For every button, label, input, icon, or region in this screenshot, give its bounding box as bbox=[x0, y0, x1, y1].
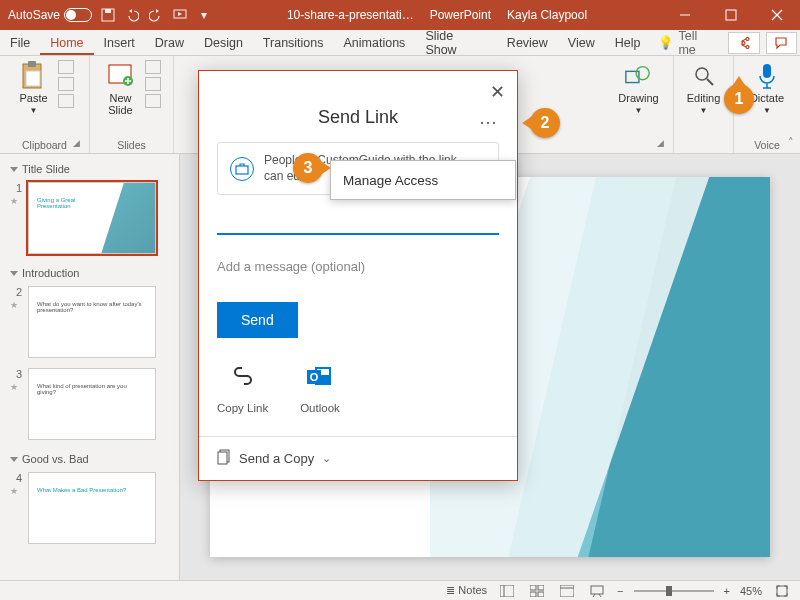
share-button[interactable] bbox=[728, 32, 759, 54]
tab-transitions[interactable]: Transitions bbox=[253, 30, 334, 55]
autosave-label: AutoSave bbox=[8, 8, 60, 22]
svg-rect-23 bbox=[530, 585, 536, 590]
title-bar: AutoSave ▾ 10-share-a-presentati… PowerP… bbox=[0, 0, 800, 30]
callout-1: 1 bbox=[724, 84, 754, 114]
drawing-button[interactable]: Drawing ▼ bbox=[614, 60, 662, 117]
slideshow-view-icon[interactable] bbox=[587, 583, 607, 599]
svg-rect-9 bbox=[26, 71, 40, 86]
microphone-icon bbox=[753, 62, 781, 90]
svg-rect-21 bbox=[500, 585, 514, 597]
start-slideshow-icon[interactable] bbox=[172, 7, 188, 23]
cut-icon[interactable] bbox=[58, 60, 74, 74]
dialog-launcher-icon[interactable]: ◢ bbox=[657, 138, 669, 150]
tab-home[interactable]: Home bbox=[40, 30, 93, 55]
zoom-level[interactable]: 45% bbox=[740, 585, 762, 597]
undo-icon[interactable] bbox=[124, 7, 140, 23]
reading-view-icon[interactable] bbox=[557, 583, 577, 599]
zoom-slider[interactable] bbox=[634, 590, 714, 592]
layout-icon[interactable] bbox=[145, 60, 161, 74]
dialog-launcher-icon[interactable]: ◢ bbox=[73, 138, 85, 150]
dictate-label: Dictate bbox=[750, 92, 784, 104]
callout-2: 2 bbox=[530, 108, 560, 138]
manage-access-menu-item[interactable]: Manage Access bbox=[330, 160, 516, 200]
dictate-button[interactable]: Dictate ▼ bbox=[746, 60, 788, 117]
send-copy-button[interactable]: Send a Copy ⌄ bbox=[199, 436, 517, 480]
section-header[interactable]: Title Slide bbox=[10, 160, 169, 178]
send-button[interactable]: Send bbox=[217, 302, 298, 338]
thumb-text: What Makes a Bad Presentation? bbox=[37, 487, 147, 493]
reset-icon[interactable] bbox=[145, 77, 161, 91]
tell-me-label: Tell me bbox=[678, 29, 717, 57]
format-painter-icon[interactable] bbox=[58, 94, 74, 108]
tab-draw[interactable]: Draw bbox=[145, 30, 194, 55]
paste-label: Paste bbox=[19, 92, 47, 104]
shapes-icon bbox=[624, 62, 652, 90]
animation-star-icon: ★ bbox=[10, 486, 22, 496]
outlook-button[interactable]: O Outlook bbox=[300, 360, 340, 414]
minimize-button[interactable] bbox=[662, 0, 708, 30]
slide-number: 2 bbox=[10, 286, 22, 298]
message-input[interactable]: Add a message (optional) bbox=[217, 259, 499, 274]
section-icon[interactable] bbox=[145, 94, 161, 108]
copy-link-label: Copy Link bbox=[217, 402, 268, 414]
slide-thumbnail[interactable]: What kind of presentation are you giving… bbox=[28, 368, 156, 440]
toggle-off-icon bbox=[64, 8, 92, 22]
zoom-in-button[interactable]: + bbox=[724, 585, 730, 597]
close-icon[interactable]: ✕ bbox=[490, 81, 505, 103]
tell-me-search[interactable]: 💡 Tell me bbox=[650, 29, 725, 57]
thumb-text: What kind of presentation are you giving… bbox=[37, 383, 147, 395]
tab-review[interactable]: Review bbox=[497, 30, 558, 55]
more-options-button[interactable]: ⋯ bbox=[479, 111, 499, 133]
svg-rect-33 bbox=[236, 166, 248, 174]
document-title: 10-share-a-presentati… bbox=[287, 8, 414, 22]
zoom-out-button[interactable]: − bbox=[617, 585, 623, 597]
tab-help[interactable]: Help bbox=[605, 30, 651, 55]
tab-animations[interactable]: Animations bbox=[334, 30, 416, 55]
recipients-input[interactable] bbox=[217, 211, 499, 235]
svg-text:O: O bbox=[310, 371, 319, 383]
comments-button[interactable] bbox=[766, 32, 797, 54]
tab-insert[interactable]: Insert bbox=[94, 30, 145, 55]
group-clipboard-label: Clipboard bbox=[22, 136, 67, 151]
tab-file[interactable]: File bbox=[0, 30, 40, 55]
svg-rect-29 bbox=[591, 586, 603, 594]
qat-dropdown-icon[interactable]: ▾ bbox=[196, 7, 212, 23]
copy-link-button[interactable]: Copy Link bbox=[217, 360, 268, 414]
animation-star-icon: ★ bbox=[10, 300, 22, 310]
tab-view[interactable]: View bbox=[558, 30, 605, 55]
save-icon[interactable] bbox=[100, 7, 116, 23]
user-name: Kayla Claypool bbox=[507, 8, 587, 22]
chevron-down-icon: ▼ bbox=[30, 106, 38, 115]
svg-point-13 bbox=[637, 67, 650, 80]
send-copy-label: Send a Copy bbox=[239, 451, 314, 466]
fit-window-icon[interactable] bbox=[772, 583, 792, 599]
redo-icon[interactable] bbox=[148, 7, 164, 23]
tab-slideshow[interactable]: Slide Show bbox=[415, 30, 496, 55]
tab-design[interactable]: Design bbox=[194, 30, 253, 55]
autosave-toggle[interactable]: AutoSave bbox=[8, 8, 92, 22]
close-button[interactable] bbox=[754, 0, 800, 30]
slide-panel[interactable]: Title Slide 1★ Giving a Great Presentati… bbox=[0, 154, 180, 580]
collapse-ribbon-icon[interactable]: ˄ bbox=[788, 136, 794, 149]
callout-3: 3 bbox=[293, 153, 323, 183]
ribbon-tabs: File Home Insert Draw Design Transitions… bbox=[0, 30, 800, 56]
notes-button[interactable]: ≣ Notes bbox=[446, 584, 487, 597]
sorter-view-icon[interactable] bbox=[527, 583, 547, 599]
svg-rect-32 bbox=[777, 586, 787, 596]
svg-rect-16 bbox=[763, 64, 771, 78]
editing-button[interactable]: Editing ▼ bbox=[683, 60, 725, 117]
chevron-down-icon: ▼ bbox=[700, 106, 708, 115]
new-slide-button[interactable]: New Slide bbox=[103, 60, 139, 118]
manage-access-label: Manage Access bbox=[343, 173, 438, 188]
slide-thumbnail[interactable]: What Makes a Bad Presentation? bbox=[28, 472, 156, 544]
outlook-label: Outlook bbox=[300, 402, 340, 414]
section-header[interactable]: Introduction bbox=[10, 264, 169, 282]
slide-thumbnail[interactable]: What do you want to know after today's p… bbox=[28, 286, 156, 358]
svg-rect-24 bbox=[538, 585, 544, 590]
normal-view-icon[interactable] bbox=[497, 583, 517, 599]
copy-icon[interactable] bbox=[58, 77, 74, 91]
paste-button[interactable]: Paste ▼ bbox=[15, 60, 51, 117]
section-header[interactable]: Good vs. Bad bbox=[10, 450, 169, 468]
maximize-button[interactable] bbox=[708, 0, 754, 30]
slide-thumbnail[interactable]: Giving a Great Presentation bbox=[28, 182, 156, 254]
